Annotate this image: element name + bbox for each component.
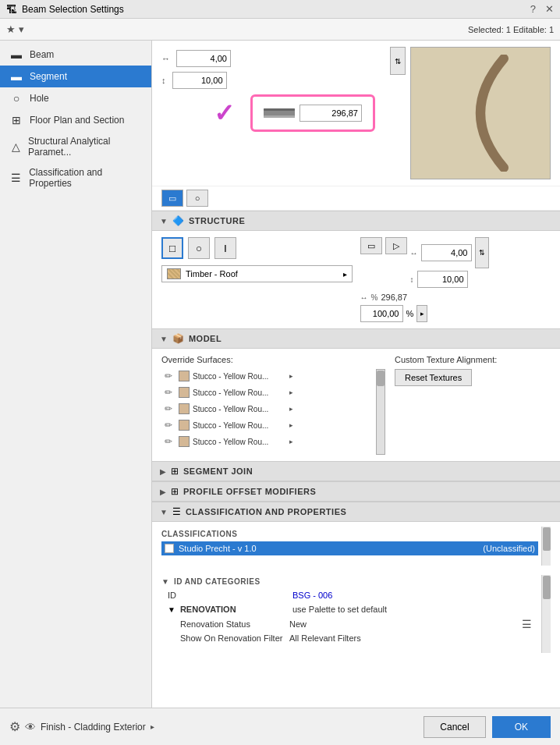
- right-width-input[interactable]: [421, 244, 472, 261]
- override-label: Stucco - Yellow Rou...: [193, 438, 286, 446]
- right-mode-tri-button[interactable]: ▷: [385, 237, 407, 254]
- classifications-sub-header: CLASSIFICATIONS: [161, 527, 538, 541]
- sidebar-item-floor-plan[interactable]: ⊞ Floor Plan and Section: [0, 109, 151, 131]
- close-button[interactable]: ✕: [545, 3, 554, 15]
- classif-section-header[interactable]: ▼ ☰ CLASSIFICATION AND PROPERTIES: [152, 502, 560, 522]
- profile-offset-header[interactable]: ▶ ⊞ PROFILE OFFSET MODIFIERS: [152, 481, 560, 502]
- override-label: Stucco - Yellow Rou...: [193, 388, 286, 397]
- sidebar-item-classification[interactable]: ☰ Classification and Properties: [0, 162, 151, 193]
- star-icon[interactable]: ★: [6, 23, 16, 35]
- top-fields-area: ↔ ↕ ✓: [152, 41, 560, 186]
- segment-join-header[interactable]: ▶ ⊞ SEGMENT JOIN: [152, 461, 560, 481]
- ok-button[interactable]: OK: [492, 716, 551, 738]
- renovation-key-label: RENOVATION: [180, 605, 292, 614]
- length-icon: ↔: [360, 293, 368, 302]
- svg-rect-2: [264, 115, 295, 118]
- bottom-label: Finish - Cladding Exterior: [41, 722, 146, 733]
- override-arrow-icon[interactable]: ▸: [289, 372, 293, 380]
- bottom-arrow-icon[interactable]: ▸: [151, 722, 154, 731]
- status-key-label: Renovation Status: [180, 619, 289, 629]
- structure-content: □ ○ Ⅰ Timber - Roof ▸ ▭ ▷: [152, 231, 560, 328]
- classif-scrollbar[interactable]: [541, 527, 551, 566]
- override-arrow-icon[interactable]: ▸: [289, 421, 293, 429]
- sidebar: ▬ Beam ▬ Segment ○ Hole ⊞ Floor Plan and…: [0, 41, 152, 708]
- list-item: ✏ Stucco - Yellow Rou... ▸: [161, 418, 373, 432]
- help-button[interactable]: ?: [530, 3, 536, 15]
- override-edit-icon: ✏: [161, 418, 175, 432]
- height-input[interactable]: [172, 72, 227, 89]
- override-edit-icon: ✏: [161, 385, 175, 399]
- filter-key-label: Show On Renovation Filter: [180, 633, 289, 643]
- right-width-icon: ↔: [410, 249, 418, 257]
- floor-plan-icon: ⊞: [9, 114, 23, 126]
- checkmark-icon: ✓: [214, 98, 235, 128]
- override-swatch: [179, 436, 190, 447]
- right-height-input[interactable]: [417, 271, 468, 288]
- classif-checkbox[interactable]: [165, 544, 174, 553]
- list-item: ✏ Stucco - Yellow Rou... ▸: [161, 402, 373, 416]
- segment-icon: ▬: [9, 70, 23, 83]
- right-side-btn[interactable]: ⇅: [475, 237, 489, 268]
- sidebar-item-hole[interactable]: ○ Hole: [0, 87, 151, 109]
- classif-row[interactable]: Studio Precht - v 1.0 (Unclassified): [161, 541, 538, 555]
- segment-join-collapse-arrow: ▶: [160, 467, 166, 476]
- status-value: New: [289, 619, 307, 629]
- beam-icon: ▬: [9, 48, 23, 61]
- id-value: BSG - 006: [292, 591, 332, 600]
- override-edit-icon: ✏: [161, 435, 175, 449]
- id-key-label: ID: [168, 591, 292, 600]
- sidebar-label-beam: Beam: [30, 49, 54, 60]
- shape-ibeam-button[interactable]: Ⅰ: [214, 237, 236, 259]
- dropdown-icon[interactable]: ▾: [19, 23, 24, 35]
- override-scrollbar[interactable]: [376, 369, 385, 455]
- mode-rect-button[interactable]: ▭: [161, 190, 183, 207]
- cancel-button[interactable]: Cancel: [424, 716, 485, 738]
- settings-icon[interactable]: ⚙: [9, 719, 20, 734]
- percent-nav-button[interactable]: ▸: [416, 305, 427, 322]
- percent-input[interactable]: [360, 305, 403, 322]
- override-edit-icon: ✏: [161, 402, 175, 416]
- selection-status: Selected: 1 Editable: 1: [468, 25, 554, 34]
- svg-rect-1: [264, 108, 295, 111]
- edit-icon[interactable]: ☰: [522, 618, 532, 630]
- override-arrow-icon[interactable]: ▸: [289, 405, 293, 413]
- classif-title: CLASSIFICATION AND PROPERTIES: [186, 507, 346, 516]
- sidebar-label-classification: Classification and Properties: [29, 167, 142, 189]
- classif-status: (Unclassified): [483, 544, 535, 553]
- sidebar-item-segment[interactable]: ▬ Segment: [0, 66, 151, 87]
- length-input[interactable]: [299, 105, 362, 122]
- profile-offset-arrow: ▶: [160, 488, 166, 496]
- sidebar-label-floor-plan: Floor Plan and Section: [30, 115, 124, 126]
- renovation-arrow: ▼: [168, 605, 175, 614]
- override-arrow-icon[interactable]: ▸: [289, 438, 293, 445]
- override-swatch: [179, 403, 190, 414]
- bottom-bar: ⚙ 👁 Finish - Cladding Exterior ▸ Cancel …: [0, 708, 560, 745]
- mode-circle-button[interactable]: ○: [186, 190, 208, 207]
- renovation-value: use Palette to set default: [292, 605, 387, 614]
- profile-offset-icon: ⊞: [171, 486, 179, 497]
- eye-icon[interactable]: 👁: [25, 721, 36, 733]
- sidebar-item-structural[interactable]: △ Structural Analytical Paramet...: [0, 131, 151, 162]
- override-arrow-icon[interactable]: ▸: [289, 388, 293, 396]
- model-section-header[interactable]: ▼ 📦 MODEL: [152, 328, 560, 349]
- list-item: ✏ Stucco - Yellow Rou... ▸: [161, 385, 373, 399]
- id-scrollbar[interactable]: [541, 575, 551, 653]
- preview-area: [410, 47, 551, 179]
- right-height-icon: ↕: [410, 275, 414, 284]
- mode-buttons: ▭ ○: [152, 186, 560, 211]
- width-icon: ↔: [161, 54, 170, 63]
- field-side-btn[interactable]: ⇅: [390, 47, 406, 75]
- structure-section-header[interactable]: ▼ 🔷 STRUCTURE: [152, 211, 560, 231]
- right-mode-rect-button[interactable]: ▭: [360, 237, 382, 254]
- sidebar-label-hole: Hole: [30, 93, 49, 104]
- right-length-value: 296,87: [381, 293, 407, 302]
- shape-circle-button[interactable]: ○: [188, 237, 210, 259]
- override-label: Stucco - Yellow Rou...: [193, 405, 286, 413]
- shape-square-button[interactable]: □: [161, 237, 183, 259]
- list-item: ✏ Stucco - Yellow Rou... ▸: [161, 435, 373, 449]
- list-item: ✏ Stucco - Yellow Rou... ▸: [161, 369, 373, 383]
- reset-textures-button[interactable]: Reset Textures: [395, 369, 472, 386]
- sidebar-item-beam[interactable]: ▬ Beam: [0, 44, 151, 66]
- width-input[interactable]: [176, 50, 231, 67]
- material-selector[interactable]: Timber - Roof ▸: [161, 265, 353, 282]
